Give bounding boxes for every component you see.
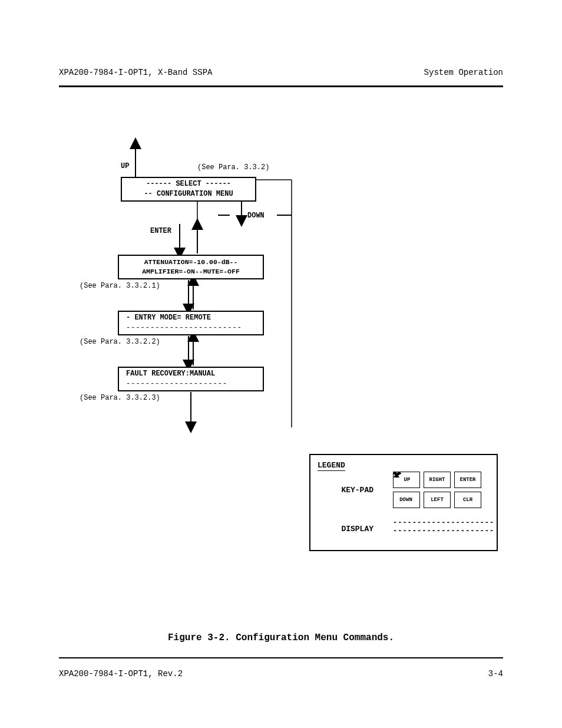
- key-down: DOWN: [393, 492, 420, 508]
- header-right: System Operation: [424, 68, 503, 77]
- label-enter: ENTER: [150, 227, 171, 235]
- footer-left: XPA200-7984-I-OPT1, Rev.2: [59, 669, 183, 678]
- header-left: XPA200-7984-I-OPT1, X-Band SSPA: [59, 68, 212, 77]
- legend-display-lines: --------------------- ------------------…: [393, 519, 494, 535]
- key-right: RIGHT: [424, 472, 451, 488]
- label-see3321: (See Para. 3.3.2.1): [80, 282, 160, 290]
- keypad-grid: UP RIGHT ENTER DOWN LEFT CLR: [393, 472, 481, 508]
- footer-right: 3-4: [488, 669, 503, 678]
- box-fault-recovery: FAULT RECOVERY:MANUAL ------------------…: [118, 367, 264, 391]
- key-enter: ENTER: [454, 472, 481, 488]
- legend-keypad-label: KEY-PAD: [318, 486, 373, 495]
- footer-rule: [59, 657, 503, 658]
- legend-title: LEGEND: [318, 461, 345, 470]
- key-clr: CLR: [454, 492, 481, 508]
- header-rule: [59, 85, 503, 87]
- legend-box: LEGEND KEY-PAD UP RIGHT ENTER DOWN: [309, 454, 498, 551]
- label-see332: (See Para. 3.3.2): [197, 163, 269, 172]
- box-attenuation: ATTENUATION=-10.00-dB-- AMPLIFIER=-ON--M…: [118, 255, 264, 279]
- label-see3323: (See Para. 3.3.2.3): [80, 394, 160, 402]
- label-up: UP: [121, 162, 129, 170]
- label-see3322: (See Para. 3.3.2.2): [80, 338, 160, 346]
- page-header: XPA200-7984-I-OPT1, X-Band SSPA System O…: [59, 68, 503, 77]
- page-footer: XPA200-7984-I-OPT1, Rev.2 3-4: [59, 669, 503, 678]
- flow-diagram: UP (See Para. 3.3.2) ------ SELECT -----…: [59, 133, 507, 587]
- box-select: ------ SELECT ------ -- CONFIGURATION ME…: [121, 177, 256, 202]
- legend-display-label: DISPLAY: [318, 525, 373, 533]
- figure-caption: Figure 3-2. Configuration Menu Commands.: [0, 633, 562, 643]
- label-down: DOWN: [247, 212, 265, 220]
- box-entry-mode: - ENTRY MODE= REMOTE -------------------…: [118, 311, 264, 335]
- key-left: LEFT: [424, 492, 451, 508]
